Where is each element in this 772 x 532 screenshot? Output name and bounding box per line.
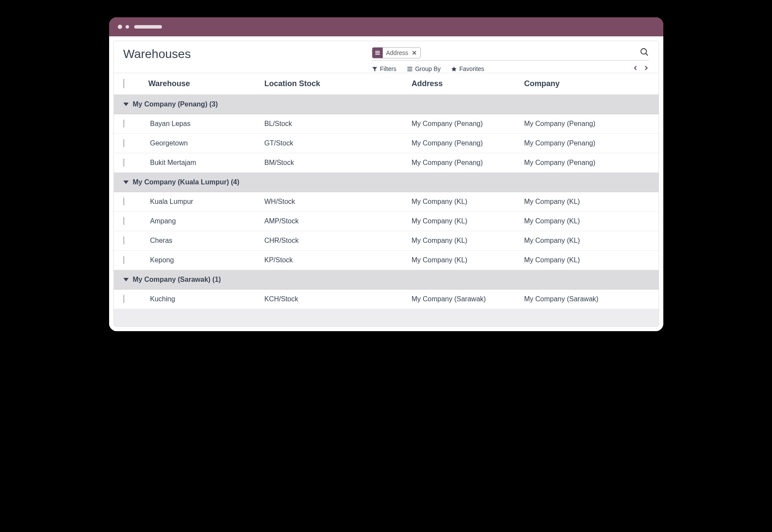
row-checkbox[interactable] [123, 236, 124, 245]
cell-address: My Company (Sarawak) [412, 295, 524, 303]
svg-rect-5 [407, 67, 412, 68]
cell-address: My Company (KL) [412, 256, 524, 264]
filters-button[interactable]: Filters [372, 65, 397, 72]
prev-page-button[interactable] [633, 65, 639, 73]
svg-rect-0 [375, 51, 380, 52]
window-dot-icon [118, 25, 122, 29]
svg-line-4 [646, 53, 648, 55]
svg-rect-7 [407, 70, 412, 71]
cell-company: My Company (KL) [524, 217, 649, 225]
cell-company: My Company (KL) [524, 237, 649, 245]
cell-company: My Company (Penang) [524, 159, 649, 167]
search-box[interactable]: Address ✕ [372, 47, 649, 61]
cell-location-stock: BL/Stock [265, 120, 412, 128]
table-row[interactable]: GeorgetownGT/StockMy Company (Penang)My … [114, 134, 659, 153]
search-column: Address ✕ Filters [372, 47, 649, 73]
svg-rect-1 [375, 52, 380, 53]
cell-location-stock: GT/Stock [265, 139, 412, 147]
table-row[interactable]: KepongKP/StockMy Company (KL)My Company … [114, 251, 659, 270]
page-title: Warehouses [123, 47, 191, 61]
col-company[interactable]: Company [524, 79, 649, 88]
search-facet-label: Address [383, 48, 411, 58]
cell-warehouse: Cheras [149, 237, 265, 245]
window-url-pill-icon [134, 25, 162, 29]
col-warehouse[interactable]: Warehouse [149, 79, 265, 88]
group-by-label: Group By [415, 65, 441, 72]
table-row[interactable]: Bayan LepasBL/StockMy Company (Penang)My… [114, 114, 659, 134]
cell-location-stock: CHR/Stock [265, 237, 412, 245]
cell-location-stock: BM/Stock [265, 159, 412, 167]
caret-down-icon [123, 278, 129, 281]
table-body: My Company (Penang) (3)Bayan LepasBL/Sto… [114, 95, 659, 309]
table-row[interactable]: Kuala LumpurWH/StockMy Company (KL)My Co… [114, 192, 659, 212]
next-page-button[interactable] [643, 65, 649, 73]
cell-company: My Company (Penang) [524, 139, 649, 147]
svg-point-3 [641, 48, 646, 54]
cell-company: My Company (Sarawak) [524, 295, 649, 303]
cell-location-stock: KP/Stock [265, 256, 412, 264]
group-label: My Company (Kuala Lumpur) (4) [133, 178, 239, 186]
cell-location-stock: KCH/Stock [265, 295, 412, 303]
cell-address: My Company (KL) [412, 217, 524, 225]
table-footer-gap [114, 309, 659, 326]
group-label: My Company (Sarawak) (1) [133, 276, 221, 284]
select-all-checkbox[interactable] [123, 79, 124, 88]
groupby-facet-icon [372, 48, 383, 58]
svg-rect-2 [375, 54, 380, 55]
caret-down-icon [123, 103, 129, 106]
content-area: Warehouses Address ✕ [109, 36, 663, 331]
row-checkbox[interactable] [123, 139, 124, 147]
cell-address: My Company (Penang) [412, 159, 524, 167]
cell-address: My Company (Penang) [412, 120, 524, 128]
group-row[interactable]: My Company (Penang) (3) [114, 95, 659, 114]
cell-company: My Company (KL) [524, 256, 649, 264]
window-dot-icon [126, 25, 129, 29]
search-toolbar: Filters Group By Favorites [372, 61, 649, 73]
cell-warehouse: Bayan Lepas [149, 120, 265, 128]
cell-company: My Company (Penang) [524, 120, 649, 128]
row-checkbox[interactable] [123, 256, 124, 264]
row-checkbox[interactable] [123, 158, 124, 167]
cell-warehouse: Kuching [149, 295, 265, 303]
caret-down-icon [123, 181, 129, 184]
cell-warehouse: Georgetown [149, 139, 265, 147]
row-checkbox[interactable] [123, 217, 124, 225]
search-facet-remove-button[interactable]: ✕ [411, 48, 420, 58]
cell-company: My Company (KL) [524, 198, 649, 206]
favorites-button[interactable]: Favorites [451, 65, 485, 72]
cell-location-stock: WH/Stock [265, 198, 412, 206]
favorites-label: Favorites [459, 65, 485, 72]
group-row[interactable]: My Company (Kuala Lumpur) (4) [114, 173, 659, 192]
window-title-bar [109, 17, 663, 36]
search-icon[interactable] [640, 47, 649, 58]
group-label: My Company (Penang) (3) [133, 100, 218, 108]
group-by-button[interactable]: Group By [407, 65, 441, 72]
col-location-stock[interactable]: Location Stock [265, 79, 412, 88]
table-row[interactable]: CherasCHR/StockMy Company (KL)My Company… [114, 231, 659, 251]
cell-warehouse: Kuala Lumpur [149, 198, 265, 206]
table-row[interactable]: KuchingKCH/StockMy Company (Sarawak)My C… [114, 290, 659, 309]
cell-address: My Company (KL) [412, 237, 524, 245]
pager [633, 65, 649, 73]
cell-warehouse: Kepong [149, 256, 265, 264]
table-row[interactable]: AmpangAMP/StockMy Company (KL)My Company… [114, 212, 659, 231]
row-checkbox[interactable] [123, 119, 124, 128]
header-row: Warehouses Address ✕ [114, 41, 659, 73]
table-header: Warehouse Location Stock Address Company [114, 73, 659, 95]
svg-rect-6 [407, 68, 412, 69]
cell-warehouse: Ampang [149, 217, 265, 225]
main-panel: Warehouses Address ✕ [113, 41, 659, 327]
table-row[interactable]: Bukit MertajamBM/StockMy Company (Penang… [114, 153, 659, 173]
browser-window: Warehouses Address ✕ [109, 17, 663, 331]
cell-warehouse: Bukit Mertajam [149, 159, 265, 167]
group-row[interactable]: My Company (Sarawak) (1) [114, 270, 659, 290]
filters-label: Filters [380, 65, 397, 72]
row-checkbox[interactable] [123, 197, 124, 206]
cell-address: My Company (KL) [412, 198, 524, 206]
row-checkbox[interactable] [123, 295, 124, 303]
search-facet: Address ✕ [372, 47, 421, 58]
cell-address: My Company (Penang) [412, 139, 524, 147]
col-address[interactable]: Address [412, 79, 524, 88]
cell-location-stock: AMP/Stock [265, 217, 412, 225]
